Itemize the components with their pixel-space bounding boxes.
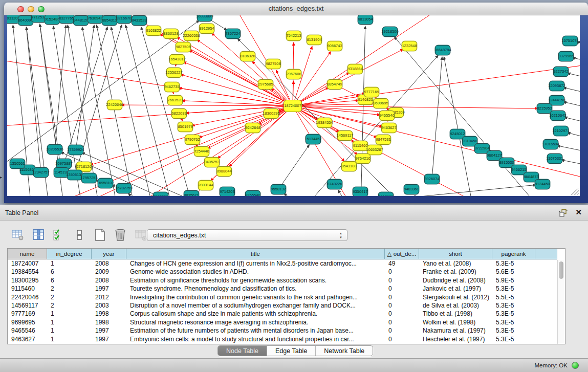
cell-short[interactable]: Nakamura et al. (1997)	[419, 326, 492, 335]
node[interactable]: 9523308	[153, 192, 168, 196]
cell-pagerank[interactable]: 5.3E-5	[492, 301, 535, 310]
edge[interactable]	[563, 87, 580, 96]
cell-year[interactable]: 1997	[92, 326, 126, 335]
table-row[interactable]: 1938455462009Genome-wide association stu…	[8, 268, 557, 276]
cell-in_degree[interactable]: 6	[47, 268, 92, 276]
selected-edge[interactable]	[89, 106, 293, 196]
edge[interactable]	[26, 27, 41, 172]
table-row[interactable]: 977716911998Corpus callosum shape and si…	[8, 310, 557, 318]
hub-node[interactable]: 18724007	[284, 100, 302, 112]
network-canvas[interactable]: 1872400722260538982750516543812125562279…	[7, 15, 580, 196]
window-titlebar[interactable]: citations_edges.txt	[4, 3, 588, 15]
node[interactable]: 6813054	[358, 15, 373, 25]
selected-node[interactable]: 8912954	[199, 24, 214, 34]
node[interactable]: 7630942	[88, 15, 103, 24]
cell-name[interactable]: 22420046	[8, 293, 47, 301]
cell-pagerank[interactable]: 5.3E-5	[492, 318, 535, 326]
cell-short[interactable]: Franke et al. (2009)	[419, 268, 492, 276]
node[interactable]: 12444158	[549, 95, 564, 105]
cell-short[interactable]: Stergiakouli et al. (2012)	[419, 293, 492, 301]
cell-year[interactable]: 2008	[92, 276, 126, 285]
selected-node[interactable]: 14569117	[337, 130, 353, 141]
cell-pagerank[interactable]: 5.9E-5	[492, 276, 535, 285]
selected-node[interactable]: 8543108	[341, 161, 357, 171]
node[interactable]: 12093872	[549, 81, 564, 91]
cell-in_degree[interactable]: 1	[47, 318, 92, 326]
node[interactable]: 16648784	[435, 45, 450, 55]
node[interactable]: 7857224	[225, 29, 241, 39]
selected-node[interactable]: 22260538	[184, 31, 199, 41]
table-row[interactable]: 1830029562008Estimation of significance …	[8, 276, 557, 285]
node[interactable]: 17957253	[81, 173, 97, 183]
close-panel-icon[interactable]: ✕	[575, 208, 582, 217]
table-scrollbar[interactable]	[557, 260, 564, 344]
table-row[interactable]: 969969511998Structural magnetic resonanc…	[8, 318, 557, 326]
selected-node[interactable]: 8988044	[216, 166, 232, 177]
node[interactable]: 9558132	[271, 184, 286, 194]
selected-node[interactable]: 16543812	[169, 54, 185, 64]
cell-out_de[interactable]: 0	[385, 301, 419, 310]
delete-column-icon[interactable]	[114, 228, 127, 242]
cell-pagerank[interactable]: 5.3E-5	[492, 310, 535, 318]
cell-name[interactable]: 9777169	[8, 310, 47, 318]
node[interactable]: 8835671	[184, 190, 199, 196]
table-source-dropdown[interactable]: citations_edges.txt ▲▼	[147, 229, 347, 241]
edge[interactable]	[444, 57, 475, 196]
cell-year[interactable]: 1998	[92, 318, 126, 326]
node[interactable]: 9216670	[116, 15, 132, 24]
node[interactable]: 8612905	[378, 192, 394, 196]
cell-year[interactable]: 1997	[92, 285, 126, 293]
cell-name[interactable]: 9699695	[8, 318, 47, 326]
selected-node[interactable]: 7542213	[286, 31, 301, 41]
cell-pagerank[interactable]: 5.6E-5	[492, 268, 535, 276]
edge[interactable]	[360, 26, 365, 196]
node[interactable]: 12102971	[553, 126, 569, 136]
cell-in_degree[interactable]: 6	[47, 276, 92, 285]
cell-short[interactable]: Hescheler et al. (1997)	[419, 335, 492, 343]
edge[interactable]	[55, 25, 66, 149]
cell-in_degree[interactable]: 1	[47, 259, 92, 268]
cell-out_de[interactable]: 0	[385, 276, 419, 285]
node[interactable]: 8854311	[102, 15, 117, 26]
cell-pagerank[interactable]: 5.3E-5	[492, 285, 535, 293]
cell-in_degree[interactable]: 2	[47, 285, 92, 293]
float-panel-icon[interactable]	[559, 209, 568, 217]
selected-node[interactable]: 9699695	[373, 98, 388, 108]
cell-title[interactable]: Investigating the contribution of common…	[126, 293, 385, 301]
cell-in_degree[interactable]: 2	[47, 301, 92, 310]
table-row[interactable]: 946554611997Estimation of the future num…	[8, 326, 557, 335]
cell-out_de[interactable]: 49	[385, 259, 419, 268]
node[interactable]: 9227342	[553, 67, 569, 77]
node[interactable]: 8327765	[59, 15, 74, 24]
cell-title[interactable]: Embryonic stem cells: a model to study s…	[126, 335, 385, 343]
cell-out_de[interactable]: 0	[385, 268, 419, 276]
selected-node[interactable]: 8186328	[240, 51, 255, 61]
selected-node[interactable]: 19384554	[317, 118, 332, 128]
node[interactable]: 15751074	[562, 36, 578, 46]
cell-title[interactable]: Disruption of a novel member of a sodium…	[126, 301, 385, 310]
column-header-short[interactable]: short	[419, 249, 492, 259]
edge[interactable]	[111, 27, 156, 196]
cell-in_degree[interactable]: 2	[47, 293, 92, 301]
table-row[interactable]: 1456911722003Disruption of a novel membe…	[8, 301, 557, 310]
cell-short[interactable]: Dudbridge et al. (2008)	[419, 276, 492, 285]
node[interactable]: 19218506	[382, 27, 398, 37]
node[interactable]: 12342757	[33, 167, 49, 178]
cell-out_de[interactable]: 0	[385, 335, 419, 343]
selected-node[interactable]: 9777169	[364, 87, 379, 97]
cell-year[interactable]: 1998	[92, 310, 126, 318]
column-header-name[interactable]: name	[8, 249, 47, 259]
cell-title[interactable]: Estimation of significance thresholds fo…	[126, 276, 385, 285]
node[interactable]: 9329966	[558, 51, 574, 61]
edge[interactable]	[278, 145, 310, 189]
edge[interactable]	[141, 27, 197, 196]
node[interactable]: 15134457	[306, 134, 321, 144]
cell-name[interactable]: 9115460	[8, 285, 47, 293]
cell-out_de[interactable]: 0	[385, 293, 419, 301]
edge[interactable]	[568, 133, 580, 141]
cell-out_de[interactable]: 0	[385, 326, 419, 335]
column-header-pagerank[interactable]: pagerank	[492, 249, 535, 259]
selected-node[interactable]: 6822033	[171, 108, 187, 119]
node[interactable]: 8433528	[132, 15, 147, 26]
edge[interactable]	[64, 27, 107, 164]
